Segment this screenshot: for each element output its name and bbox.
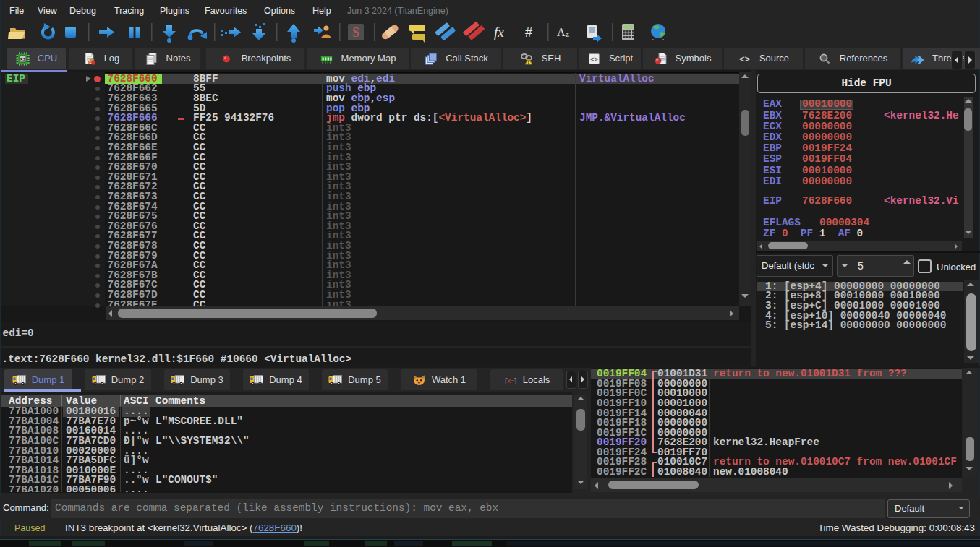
svg-text:z: z <box>566 30 569 38</box>
svg-text:S: S <box>352 25 359 40</box>
svg-text:]: ] <box>514 378 517 385</box>
svg-text:<>: <> <box>590 56 598 64</box>
svg-text:#: # <box>525 25 532 40</box>
svg-text:32: 32 <box>20 56 25 62</box>
svg-text:fx: fx <box>494 25 504 40</box>
svg-text:A: A <box>557 26 566 38</box>
svg-text:<>: <> <box>739 53 750 64</box>
